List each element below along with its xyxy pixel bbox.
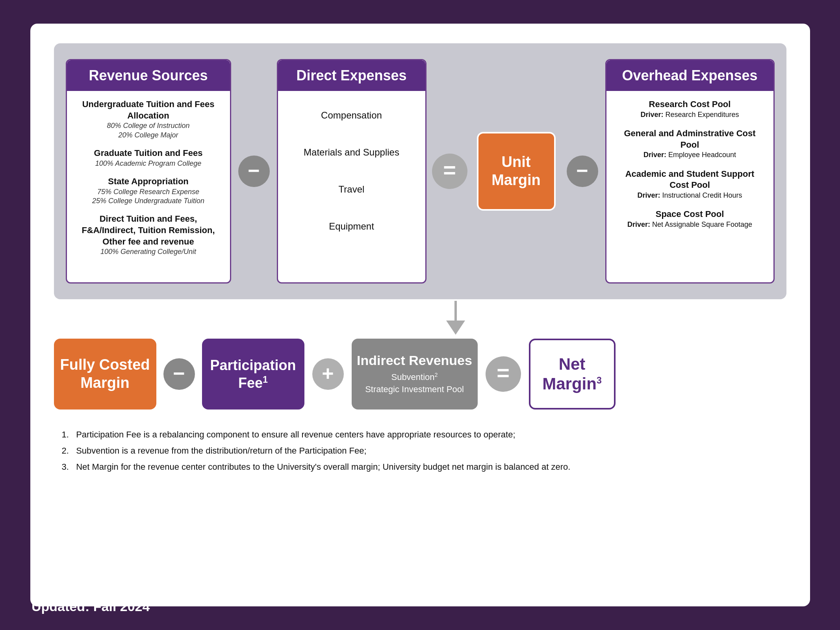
direct-expenses-header: Direct Expenses [278,60,425,91]
revenue-item-3-title: State Appropriation [76,176,221,187]
revenue-item-3-sub: 75% College Research Expense25% College … [76,187,221,206]
revenue-item-4-title: Direct Tuition and Fees, F&A/Indirect, T… [76,213,221,247]
overhead-item-3-driver: Driver: Instructional Credit Hours [616,191,764,200]
revenue-item-3: State Appropriation 75% College Research… [76,176,221,206]
main-card: Revenue Sources Undergraduate Tuition an… [30,24,810,606]
equals-operator-2: = [486,356,521,392]
overhead-item-2: General and Adminstrative Cost Pool Driv… [616,128,764,160]
unit-margin-box: UnitMargin [477,132,556,211]
overhead-item-1-driver: Driver: Research Expenditures [616,110,764,119]
arrow-connector [125,301,786,335]
participation-fee-box: ParticipationFee1 [202,339,304,410]
connector-line [454,301,457,321]
net-margin-text: NetMargin3 [542,354,602,394]
direct-item-1: Compensation [287,99,416,132]
footer: Updated: Fall 2024 [32,599,150,614]
footnote-2: 2. Subvention is a revenue from the dist… [62,444,779,458]
overhead-item-3-title: Academic and Student Support Cost Pool [616,169,764,191]
minus-operator-1: − [238,156,270,187]
revenue-item-4-sub: 100% Generating College/Unit [76,247,221,256]
indirect-revenues-sub: Subvention2Strategic Investment Pool [365,371,464,396]
equals-operator-1: = [432,154,467,189]
fully-costed-margin-text: Fully CostedMargin [60,356,150,392]
overhead-item-1-title: Research Cost Pool [616,99,764,110]
revenue-sources-title: Revenue Sources [89,67,208,83]
indirect-revenues-box: Indirect Revenues Subvention2Strategic I… [352,339,478,410]
direct-expenses-panel: Direct Expenses Compensation Materials a… [277,59,426,284]
overhead-item-4-driver: Driver: Net Assignable Square Footage [616,220,764,229]
revenue-sources-body: Undergraduate Tuition and Fees Allocatio… [67,91,230,269]
unit-margin-text: UnitMargin [491,153,541,189]
top-section: Revenue Sources Undergraduate Tuition an… [54,43,786,299]
minus-operator-2: − [567,156,598,187]
revenue-item-1-title: Undergraduate Tuition and Fees Allocatio… [76,99,221,121]
overhead-expenses-panel: Overhead Expenses Research Cost Pool Dri… [605,59,775,284]
revenue-item-2: Graduate Tuition and Fees 100% Academic … [76,148,221,168]
overhead-item-2-title: General and Adminstrative Cost Pool [616,128,764,150]
minus-operator-3: − [163,358,195,390]
overhead-item-4: Space Cost Pool Driver: Net Assignable S… [616,209,764,229]
overhead-expenses-title: Overhead Expenses [622,67,757,83]
revenue-item-1: Undergraduate Tuition and Fees Allocatio… [76,99,221,140]
overhead-item-2-driver: Driver: Employee Headcount [616,150,764,159]
revenue-item-1-sub: 80% College of Instruction20% College Ma… [76,121,221,140]
overhead-item-1: Research Cost Pool Driver: Research Expe… [616,99,764,119]
direct-item-3: Travel [287,173,416,206]
unit-margin-area: UnitMargin [477,132,556,211]
direct-expenses-title: Direct Expenses [296,67,406,83]
revenue-sources-header: Revenue Sources [67,60,230,91]
footnote-1: 1. Participation Fee is a rebalancing co… [62,428,779,441]
plus-operator: + [312,358,344,390]
footer-label: Updated: Fall 2024 [32,599,150,614]
direct-item-2: Materials and Supplies [287,136,416,169]
direct-item-4: Equipment [287,210,416,243]
overhead-item-4-title: Space Cost Pool [616,209,764,220]
revenue-sources-panel: Revenue Sources Undergraduate Tuition an… [66,59,231,284]
participation-fee-text: ParticipationFee1 [210,357,296,391]
revenue-item-2-title: Graduate Tuition and Fees [76,148,221,159]
connector-arrow [446,321,465,335]
indirect-revenues-title: Indirect Revenues [357,352,472,369]
revenue-item-2-sub: 100% Academic Program College [76,159,221,168]
overhead-expenses-body: Research Cost Pool Driver: Research Expe… [606,91,773,242]
net-margin-box: NetMargin3 [529,339,616,410]
overhead-item-3: Academic and Student Support Cost Pool D… [616,169,764,200]
direct-expenses-body: Compensation Materials and Supplies Trav… [278,91,425,251]
fully-costed-margin-box: Fully CostedMargin [54,339,156,410]
bottom-equation-row: Fully CostedMargin − ParticipationFee1 +… [54,339,786,410]
revenue-item-4: Direct Tuition and Fees, F&A/Indirect, T… [76,213,221,256]
footnotes: 1. Participation Fee is a rebalancing co… [54,428,786,476]
footnote-3: 3. Net Margin for the revenue center con… [62,460,779,474]
overhead-expenses-header: Overhead Expenses [606,60,773,91]
